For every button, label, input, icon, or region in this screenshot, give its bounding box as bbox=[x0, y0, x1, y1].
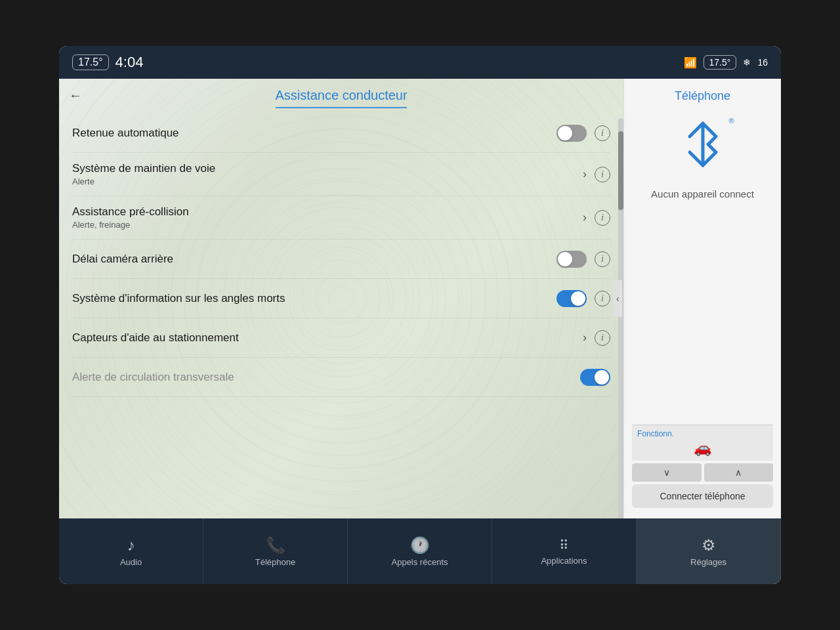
setting-control-alerte bbox=[580, 369, 610, 386]
nav-label-telephone: Téléphone bbox=[255, 557, 295, 567]
nav-item-applications[interactable]: ⠿ Applications bbox=[492, 518, 637, 584]
toggle-camera[interactable] bbox=[556, 251, 587, 268]
setting-name-angles: Système d'information sur les angles mor… bbox=[72, 292, 550, 305]
reglages-icon: ⚙ bbox=[702, 536, 716, 555]
panel-header: ← Assistance conducteur bbox=[59, 79, 623, 114]
chevron-precollision[interactable]: › bbox=[583, 211, 587, 224]
bluetooth-icon-container: ® bbox=[673, 116, 732, 175]
info-maintien[interactable]: i bbox=[595, 167, 610, 182]
applications-icon: ⠿ bbox=[559, 537, 570, 553]
status-bar: 17.5° 4:04 📶 17.5° ❄ 16 bbox=[59, 46, 781, 79]
car-icon: 🚗 bbox=[637, 440, 768, 457]
screen: 17.5° 4:04 📶 17.5° ❄ 16 ← Assistance con… bbox=[59, 46, 781, 584]
scroll-indicator bbox=[618, 118, 623, 518]
setting-name-maintien: Système de maintien de voie bbox=[72, 162, 576, 175]
setting-item-precollision: Assistance pré-collision Alerte, freinag… bbox=[72, 196, 610, 240]
nav-label-audio: Audio bbox=[120, 557, 142, 567]
setting-item-alerte: Alerte de circulation transversale bbox=[72, 358, 610, 397]
setting-item-camera: Délai caméra arrière i bbox=[72, 240, 610, 279]
setting-name-capteurs: Capteurs d'aide au stationnement bbox=[72, 331, 576, 345]
info-precollision[interactable]: i bbox=[595, 210, 610, 226]
setting-name-alerte: Alerte de circulation transversale bbox=[72, 371, 574, 384]
svg-line-2 bbox=[690, 152, 703, 165]
nav-item-telephone[interactable]: 📞 Téléphone bbox=[203, 518, 348, 584]
panel-title: Assistance conducteur bbox=[72, 88, 610, 103]
setting-control-camera: i bbox=[556, 251, 610, 268]
phone-panel: ‹ Téléphone ® Aucun appareil connect Fon… bbox=[623, 79, 781, 518]
setting-name-camera: Délai caméra arrière bbox=[72, 253, 550, 266]
info-camera[interactable]: i bbox=[595, 251, 610, 267]
settings-list: Retenue automatique i Système de maintie… bbox=[59, 114, 623, 518]
chevron-maintien[interactable]: › bbox=[583, 167, 587, 181]
chevron-capteurs[interactable]: › bbox=[583, 331, 587, 345]
arrow-down-button[interactable]: ∨ bbox=[632, 463, 702, 482]
bluetooth-icon bbox=[677, 118, 729, 171]
temp-right: 17.5° bbox=[704, 55, 737, 70]
wifi-icon: 📶 bbox=[684, 56, 697, 69]
fonctionn-label: Fonctionn. bbox=[637, 429, 768, 438]
nav-label-applications: Applications bbox=[541, 556, 587, 566]
info-angles[interactable]: i bbox=[595, 291, 610, 306]
nav-item-appels[interactable]: 🕐 Appels récents bbox=[348, 518, 492, 584]
setting-control-angles: i bbox=[556, 290, 610, 307]
appels-icon: 🕐 bbox=[410, 536, 430, 555]
setting-control-maintien: › i bbox=[583, 167, 610, 182]
nav-bar: ♪ Audio 📞 Téléphone 🕐 Appels récents ⠿ A… bbox=[59, 518, 781, 584]
setting-item-angles: Système d'information sur les angles mor… bbox=[72, 279, 610, 318]
no-device-text: Aucun appareil connect bbox=[651, 188, 754, 200]
setting-sub-precollision: Alerte, freinage bbox=[72, 220, 576, 230]
svg-marker-0 bbox=[703, 123, 716, 165]
fan-speed: 16 bbox=[757, 57, 768, 68]
toggle-angles[interactable] bbox=[556, 290, 587, 307]
toggle-alerte[interactable] bbox=[580, 369, 610, 386]
setting-name-precollision: Assistance pré-collision bbox=[72, 205, 576, 219]
time-display: 4:04 bbox=[116, 54, 144, 71]
back-button[interactable]: ← bbox=[69, 88, 82, 103]
temp-left: 17.5° bbox=[72, 54, 109, 70]
bluetooth-wrapper: ® bbox=[677, 118, 729, 173]
info-retenue[interactable]: i bbox=[595, 125, 610, 141]
main-area: ← Assistance conducteur Retenue automati… bbox=[59, 79, 781, 518]
connect-phone-button[interactable]: Connecter téléphone bbox=[632, 484, 773, 508]
toggle-retenue[interactable] bbox=[556, 125, 587, 142]
nav-label-reglages: Réglages bbox=[690, 557, 726, 567]
nav-label-appels: Appels récents bbox=[392, 557, 448, 567]
setting-name-retenue: Retenue automatique bbox=[72, 127, 550, 140]
registered-mark: ® bbox=[728, 117, 734, 125]
telephone-icon: 📞 bbox=[266, 536, 285, 555]
status-right: 📶 17.5° ❄ 16 bbox=[684, 55, 768, 70]
panel-collapse-button[interactable]: ‹ bbox=[614, 280, 622, 317]
fan-icon: ❄ bbox=[743, 57, 751, 68]
fonctionn-area: Fonctionn. 🚗 bbox=[632, 425, 773, 461]
arrow-up-button[interactable]: ∧ bbox=[704, 463, 774, 482]
info-capteurs[interactable]: i bbox=[595, 330, 610, 346]
phone-panel-title: Téléphone bbox=[675, 89, 730, 103]
nav-item-audio[interactable]: ♪ Audio bbox=[59, 518, 203, 584]
setting-control-retenue: i bbox=[556, 125, 610, 142]
scroll-thumb[interactable] bbox=[618, 131, 623, 210]
nav-item-reglages[interactable]: ⚙ Réglages bbox=[637, 518, 781, 584]
svg-line-1 bbox=[690, 123, 703, 136]
setting-sub-maintien: Alerte bbox=[72, 177, 576, 186]
setting-item-retenue: Retenue automatique i bbox=[72, 114, 610, 153]
setting-control-capteurs: › i bbox=[583, 330, 610, 346]
setting-item-capteurs: Capteurs d'aide au stationnement › i bbox=[72, 318, 610, 358]
arrow-buttons: ∨ ∧ bbox=[632, 463, 773, 482]
audio-icon: ♪ bbox=[127, 536, 135, 555]
settings-panel: ← Assistance conducteur Retenue automati… bbox=[59, 79, 623, 518]
setting-control-precollision: › i bbox=[583, 210, 610, 226]
setting-item-maintien: Système de maintien de voie Alerte › i bbox=[72, 153, 610, 196]
